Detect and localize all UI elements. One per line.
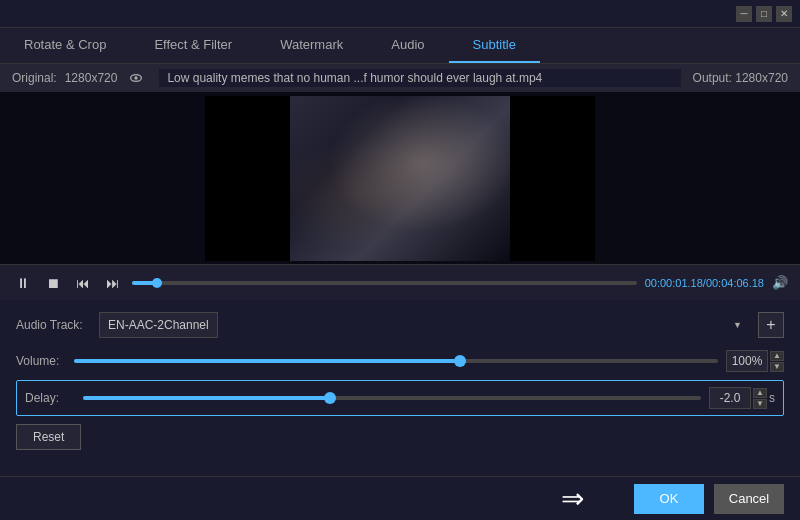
delay-highlight-box: Delay: -2.0 ▲ ▼ s: [16, 380, 784, 416]
maximize-button[interactable]: □: [756, 6, 772, 22]
svg-point-1: [135, 76, 138, 79]
prev-frame-button[interactable]: ⏮: [72, 272, 94, 294]
original-label-text: Original:: [12, 71, 57, 85]
volume-value-box: 100% ▲ ▼: [726, 350, 784, 372]
minimize-button[interactable]: ─: [736, 6, 752, 22]
delay-up-button[interactable]: ▲: [753, 388, 767, 398]
audio-track-select-wrapper: EN-AAC-2Channel: [99, 312, 750, 338]
delay-value: -2.0: [709, 387, 751, 409]
tab-effect-filter[interactable]: Effect & Filter: [130, 28, 256, 63]
audio-track-row: Audio Track: EN-AAC-2Channel +: [16, 312, 784, 338]
delay-unit: s: [769, 391, 775, 405]
volume-fill: [74, 359, 460, 363]
current-time: 00:00:01.18: [645, 277, 703, 289]
volume-row: Volume: 100% ▲ ▼: [16, 350, 784, 372]
progress-bar[interactable]: [132, 281, 637, 285]
add-track-button[interactable]: +: [758, 312, 784, 338]
delay-down-button[interactable]: ▼: [753, 399, 767, 409]
arrow-icon: ⇒: [561, 482, 584, 515]
volume-value: 100%: [726, 350, 768, 372]
tab-bar: Rotate & Crop Effect & Filter Watermark …: [0, 28, 800, 64]
time-display: 00:00:01.18/00:04:06.18: [645, 277, 764, 289]
video-container: [0, 92, 800, 264]
original-res-label: Original: 1280x720: [12, 70, 147, 86]
volume-thumb[interactable]: [454, 355, 466, 367]
title-bar: ─ □ ✕: [0, 0, 800, 28]
tab-watermark[interactable]: Watermark: [256, 28, 367, 63]
volume-spinners: ▲ ▼: [770, 351, 784, 372]
volume-slider[interactable]: [74, 359, 718, 363]
audio-track-label: Audio Track:: [16, 318, 91, 332]
tab-subtitle[interactable]: Subtitle: [449, 28, 540, 63]
filename-bar: Low quality memes that no human ...f hum…: [159, 69, 680, 87]
progress-thumb[interactable]: [152, 278, 162, 288]
tab-audio[interactable]: Audio: [367, 28, 448, 63]
delay-thumb[interactable]: [324, 392, 336, 404]
delay-row: Delay: -2.0 ▲ ▼ s: [25, 387, 775, 409]
video-black-right: [510, 96, 595, 261]
total-time: 00:04:06.18: [706, 277, 764, 289]
video-black-left: [205, 96, 290, 261]
next-frame-button[interactable]: ⏭: [102, 272, 124, 294]
volume-up-button[interactable]: ▲: [770, 351, 784, 361]
original-resolution: 1280x720: [65, 71, 118, 85]
reset-button[interactable]: Reset: [16, 424, 81, 450]
controls-bar: ⏸ ⏹ ⏮ ⏭ 00:00:01.18/00:04:06.18 🔊: [0, 264, 800, 300]
delay-slider[interactable]: [83, 396, 701, 400]
delay-value-box: -2.0 ▲ ▼ s: [709, 387, 775, 409]
cancel-button[interactable]: Cancel: [714, 484, 784, 514]
audio-track-select[interactable]: EN-AAC-2Channel: [99, 312, 218, 338]
volume-icon[interactable]: 🔊: [772, 275, 788, 290]
delay-fill: [83, 396, 330, 400]
volume-label: Volume:: [16, 354, 66, 368]
filename-text: Low quality memes that no human ...f hum…: [167, 71, 542, 85]
output-label: Output: 1280x720: [693, 71, 788, 85]
preview-bar: Original: 1280x720 Low quality memes tha…: [0, 64, 800, 92]
stop-button[interactable]: ⏹: [42, 272, 64, 294]
delay-label: Delay:: [25, 391, 75, 405]
pause-button[interactable]: ⏸: [12, 272, 34, 294]
eye-icon[interactable]: [125, 70, 147, 86]
main-content: Original: 1280x720 Low quality memes tha…: [0, 64, 800, 520]
close-button[interactable]: ✕: [776, 6, 792, 22]
video-thumbnail: [290, 96, 510, 261]
delay-spinners: ▲ ▼: [753, 388, 767, 409]
tab-rotate-crop[interactable]: Rotate & Crop: [0, 28, 130, 63]
volume-down-button[interactable]: ▼: [770, 362, 784, 372]
footer: ⇒ OK Cancel: [0, 476, 800, 520]
ok-button[interactable]: OK: [634, 484, 704, 514]
